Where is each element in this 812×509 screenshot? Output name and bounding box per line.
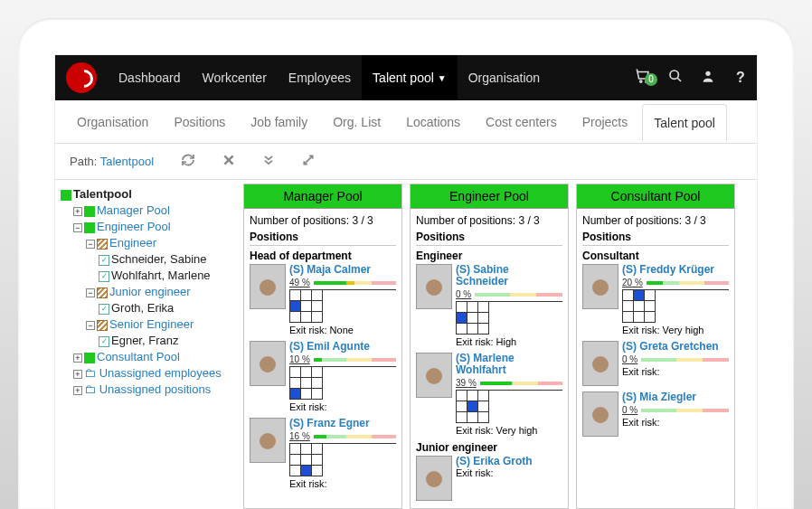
employee-info: (S) Franz Egner16 %Exit risk: (289, 418, 396, 489)
nine-box-grid (289, 366, 396, 400)
avatar[interactable] (250, 418, 286, 463)
pool-header[interactable]: Manager Pool (244, 184, 401, 209)
search-icon[interactable] (659, 69, 692, 87)
percent-bar (641, 358, 729, 362)
employee-name-link[interactable]: (S) Franz Egner (289, 418, 396, 429)
tree-leaf[interactable]: ✓Groth, Erika (99, 300, 232, 316)
employee-info: (S) Marlene Wohlfahrt39 %Exit risk: Very… (456, 353, 562, 436)
pool-body: Number of positions: 3 / 3PositionsEngin… (411, 209, 568, 508)
role-header: Engineer (416, 250, 562, 262)
pools-container: Manager PoolNumber of positions: 3 / 3Po… (236, 180, 757, 509)
subtab-talent-pool[interactable]: Talent pool (642, 104, 727, 142)
tree-leaf[interactable]: ✓Wohlfahrt, Marlene (99, 268, 232, 283)
workspace: Talentpool +Manager Pool −Engineer Pool … (55, 180, 757, 509)
percent-bar (314, 435, 396, 438)
role-header: Consultant (582, 250, 729, 262)
svg-point-0 (640, 80, 642, 82)
avatar[interactable] (582, 391, 618, 437)
avatar[interactable] (416, 353, 452, 398)
app-window: DashboardWorkcenterEmployeesTalent pool▼… (54, 54, 758, 509)
nine-box-grid (456, 390, 562, 423)
tree-node-consultant-pool[interactable]: +Consultant Pool (73, 349, 232, 364)
pool-header[interactable]: Engineer Pool (411, 184, 568, 209)
percent-bar (641, 409, 729, 412)
collapse-icon[interactable]: − (86, 240, 95, 249)
help-icon[interactable]: ? (724, 70, 757, 86)
nav-item-dashboard[interactable]: Dashboard (108, 55, 192, 100)
pool-body: Number of positions: 3 / 3PositionsHead … (244, 209, 401, 498)
cart-icon[interactable]: 0 (627, 68, 659, 88)
percent-bar (647, 281, 729, 285)
nav-item-employees[interactable]: Employees (278, 55, 362, 100)
employee-name-link[interactable]: (S) Sabine Schneider (456, 264, 562, 287)
nav-item-talent-pool[interactable]: Talent pool▼ (362, 55, 458, 100)
expand-icon[interactable]: + (73, 207, 82, 216)
pool-header[interactable]: Consultant Pool (577, 184, 734, 209)
subtab-locations[interactable]: Locations (395, 104, 471, 140)
tree-leaf[interactable]: ✓Schneider, Sabine (99, 251, 232, 267)
app-logo-icon[interactable] (66, 62, 97, 93)
expand-icon[interactable]: + (73, 353, 82, 363)
exit-risk: Exit risk: (289, 478, 396, 489)
top-nav: DashboardWorkcenterEmployeesTalent pool▼… (55, 55, 757, 100)
subtab-projects[interactable]: Projects (571, 104, 639, 140)
tree-node-junior-engineer[interactable]: −Junior engineer ✓Groth, Erika (86, 284, 232, 316)
employee-name-link[interactable]: (S) Mia Ziegler (622, 391, 729, 403)
employee-name-link[interactable]: (S) Greta Gretchen (622, 341, 729, 353)
cart-badge: 0 (645, 73, 657, 86)
employee-row: (S) Greta Gretchen0 %Exit risk: (582, 341, 729, 386)
path-link[interactable]: Talentpool (100, 155, 154, 168)
tree-node-engineer[interactable]: −Engineer ✓Schneider, Sabine ✓Wohlfahrt,… (86, 235, 232, 283)
employee-info: (S) Freddy Krüger20 %Exit risk: Very hig… (622, 264, 729, 335)
avatar[interactable] (250, 341, 286, 386)
tree-panel: Talentpool +Manager Pool −Engineer Pool … (55, 180, 236, 509)
expand-icon[interactable]: + (73, 370, 82, 379)
avatar[interactable] (250, 264, 286, 309)
percent-bar (480, 382, 562, 385)
folder-icon: 🗀 (84, 366, 96, 380)
device-frame: DashboardWorkcenterEmployeesTalent pool▼… (18, 18, 794, 509)
employee-row: (S) Franz Egner16 %Exit risk: (250, 418, 396, 489)
close-icon[interactable] (222, 154, 235, 170)
collapse-icon[interactable]: − (86, 288, 95, 297)
subtab-organisation[interactable]: Organisation (66, 104, 159, 140)
collapse-icon[interactable]: − (86, 321, 95, 330)
tree-node-unassigned-positions[interactable]: +🗀 Unassigned positions (73, 382, 232, 397)
exit-risk: Exit risk: (456, 467, 562, 478)
nine-box-grid (289, 289, 396, 323)
avatar[interactable] (582, 264, 618, 309)
expand-down-icon[interactable] (262, 154, 275, 170)
tree-node-manager-pool[interactable]: +Manager Pool (73, 203, 232, 218)
employee-name-link[interactable]: (S) Erika Groth (456, 456, 562, 467)
employee-name-link[interactable]: (S) Freddy Krüger (622, 264, 729, 276)
user-icon[interactable] (692, 69, 724, 87)
nine-box-grid (456, 301, 562, 335)
fullscreen-icon[interactable] (302, 154, 315, 170)
avatar[interactable] (416, 264, 452, 309)
path-bar: Path: Talentpool (55, 144, 757, 180)
nav-item-organisation[interactable]: Organisation (458, 55, 551, 100)
tree-node-engineer-pool[interactable]: −Engineer Pool −Engineer ✓Schneider, Sab… (73, 219, 232, 348)
employee-name-link[interactable]: (S) Marlene Wohlfahrt (456, 353, 562, 376)
employee-name-link[interactable]: (S) Maja Calmer (289, 264, 396, 276)
avatar[interactable] (582, 341, 618, 386)
subtab-job-family[interactable]: Job family (240, 104, 318, 140)
nine-box-grid (622, 289, 729, 323)
subtab-cost-centers[interactable]: Cost centers (475, 104, 568, 140)
avatar[interactable] (416, 456, 452, 501)
exit-risk: Exit risk: (622, 417, 729, 428)
refresh-icon[interactable] (181, 153, 195, 171)
tree-root[interactable]: Talentpool +Manager Pool −Engineer Pool … (61, 186, 232, 397)
collapse-icon[interactable]: − (73, 223, 82, 232)
employee-info: (S) Sabine Schneider0 %Exit risk: High (456, 264, 562, 347)
subtab-org-list[interactable]: Org. List (322, 104, 392, 140)
employee-name-link[interactable]: (S) Emil Agunte (289, 341, 396, 353)
tree-node-unassigned-employees[interactable]: +🗀 Unassigned employees (73, 365, 232, 381)
tree-leaf[interactable]: ✓Egner, Franz (99, 333, 232, 348)
tree-node-senior-engineer[interactable]: −Senior Engineer ✓Egner, Franz (86, 316, 232, 348)
nine-box-grid (289, 443, 396, 476)
expand-icon[interactable]: + (73, 386, 82, 395)
subtab-positions[interactable]: Positions (163, 104, 236, 140)
nav-item-workcenter[interactable]: Workcenter (192, 55, 278, 100)
employee-row: (S) Maja Calmer49 %Exit risk: None (250, 264, 396, 335)
